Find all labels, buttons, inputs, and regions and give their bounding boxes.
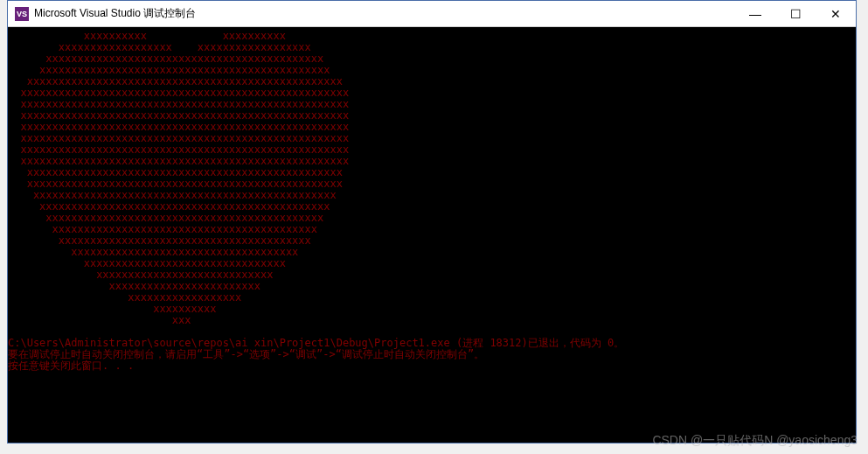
titlebar[interactable]: VS Microsoft Visual Studio 调试控制台 — ☐ ✕ — [8, 1, 856, 27]
minimize-button[interactable]: — — [735, 1, 775, 26]
close-button[interactable]: ✕ — [816, 1, 856, 26]
window-controls: — ☐ ✕ — [735, 1, 856, 26]
window-title: Microsoft Visual Studio 调试控制台 — [34, 6, 735, 21]
vs-icon: VS — [15, 7, 29, 21]
console-output[interactable]: xxxxxxxxxx xxxxxxxxxx xxxxxxxxxxxxxxxxxx… — [8, 27, 856, 443]
maximize-button[interactable]: ☐ — [775, 1, 816, 26]
console-window: VS Microsoft Visual Studio 调试控制台 — ☐ ✕ x… — [7, 0, 857, 444]
